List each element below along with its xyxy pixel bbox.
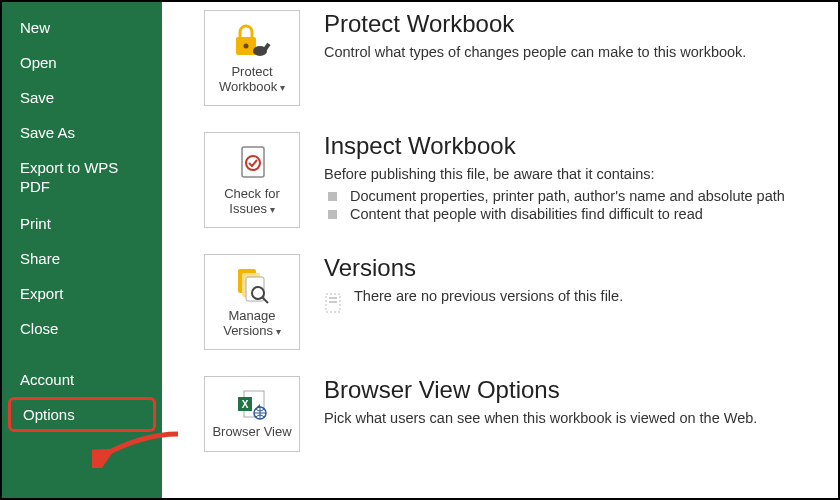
inspect-bullet: Content that people with disabilities fi… [324,206,820,222]
browser-view-heading: Browser View Options [324,376,820,404]
dropdown-caret-icon [277,79,285,94]
dropdown-caret-icon [267,201,275,216]
dropdown-caret-icon [273,323,281,338]
inspect-bullet-text: Content that people with disabilities fi… [350,206,703,222]
bullet-icon [328,192,337,201]
sidebar-item-options[interactable]: Options [8,397,156,432]
inspect-bullet-text: Document properties, printer path, autho… [350,188,785,204]
excel-globe-icon: X [230,389,274,421]
sidebar-item-print[interactable]: Print [2,206,162,241]
browser-view-options-button[interactable]: X Browser View [204,376,300,452]
protect-workbook-heading: Protect Workbook [324,10,820,38]
svg-text:X: X [242,399,249,410]
tile-protect-label: Protect Workbook [219,64,277,94]
sidebar-item-account[interactable]: Account [2,362,162,397]
manage-versions-button[interactable]: Manage Versions [204,254,300,350]
sidebar-item-close[interactable]: Close [2,311,162,346]
sidebar-item-new[interactable]: New [2,10,162,45]
sidebar-item-export-wps-pdf[interactable]: Export to WPS PDF [2,150,162,206]
lock-key-icon [230,21,274,61]
info-pane: Protect Workbook Protect Workbook Contro… [162,2,838,498]
tile-browser-label: Browser View [212,425,291,440]
inspect-bullet: Document properties, printer path, autho… [324,188,820,204]
page-outline-icon [324,292,344,318]
inspect-workbook-desc: Before publishing this file, be aware th… [324,166,820,182]
sidebar-item-save-as[interactable]: Save As [2,115,162,150]
svg-rect-13 [329,301,337,303]
svg-point-1 [244,44,249,49]
protect-workbook-button[interactable]: Protect Workbook [204,10,300,106]
check-for-issues-button[interactable]: Check for Issues [204,132,300,228]
tile-manage-label: Manage Versions [223,308,275,338]
inspect-workbook-heading: Inspect Workbook [324,132,820,160]
versions-desc: There are no previous versions of this f… [354,288,623,304]
sidebar-item-share[interactable]: Share [2,241,162,276]
sidebar-item-save[interactable]: Save [2,80,162,115]
document-check-icon [230,143,274,183]
bullet-icon [328,210,337,219]
sidebar-item-export[interactable]: Export [2,276,162,311]
protect-workbook-desc: Control what types of changes people can… [324,44,820,60]
browser-view-desc: Pick what users can see when this workbo… [324,410,820,426]
versions-heading: Versions [324,254,820,282]
document-stack-search-icon [230,265,274,305]
backstage-sidebar: New Open Save Save As Export to WPS PDF … [2,2,162,498]
sidebar-item-open[interactable]: Open [2,45,162,80]
svg-rect-12 [329,297,337,299]
